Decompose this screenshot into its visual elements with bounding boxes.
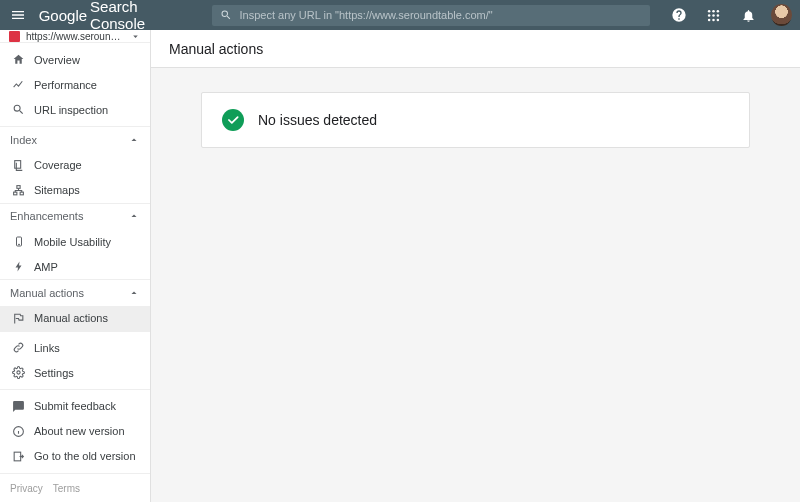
home-icon xyxy=(12,53,25,66)
chevron-up-icon xyxy=(128,210,140,222)
svg-point-15 xyxy=(17,371,20,374)
apps-grid-icon xyxy=(706,8,721,23)
sidebar-item-label: Manual actions xyxy=(34,312,108,324)
sitemap-icon xyxy=(12,184,25,197)
sidebar-item-label: Submit feedback xyxy=(34,400,116,412)
logo: Google Search Console xyxy=(39,0,188,32)
sidebar-item-label: Settings xyxy=(34,367,74,379)
sidebar-item-amp[interactable]: AMP xyxy=(0,254,150,279)
svg-point-5 xyxy=(717,14,720,17)
sidebar-item-overview[interactable]: Overview xyxy=(0,47,150,72)
sidebar-item-manual-actions[interactable]: Manual actions xyxy=(0,306,150,331)
pages-icon xyxy=(12,159,25,172)
flag-icon xyxy=(12,312,25,325)
svg-point-6 xyxy=(708,18,711,21)
apps-button[interactable] xyxy=(702,3,725,27)
amp-icon xyxy=(13,260,25,273)
notifications-button[interactable] xyxy=(737,3,760,27)
sidebar-item-label: AMP xyxy=(34,261,58,273)
search-placeholder: Inspect any URL in "https://www.seroundt… xyxy=(240,9,493,21)
sidebar-item-label: Performance xyxy=(34,79,97,91)
sidebar-item-label: Links xyxy=(34,342,60,354)
sidebar-item-old-version[interactable]: Go to the old version xyxy=(0,444,150,469)
bell-icon xyxy=(741,8,756,23)
mobile-icon xyxy=(13,235,25,248)
content: No issues detected xyxy=(151,68,800,502)
logo-text-light: Google xyxy=(39,7,87,24)
chevron-down-icon xyxy=(130,31,141,42)
sidebar-item-links[interactable]: Links xyxy=(0,335,150,360)
section-heading-manual-actions[interactable]: Manual actions xyxy=(0,280,150,306)
sidebar-item-label: Sitemaps xyxy=(34,184,80,196)
footer-links: Privacy Terms xyxy=(0,473,150,502)
search-icon xyxy=(220,9,232,21)
section-heading-index[interactable]: Index xyxy=(0,127,150,153)
search-input[interactable]: Inspect any URL in "https://www.seroundt… xyxy=(212,5,650,26)
sidebar-item-coverage[interactable]: Coverage xyxy=(0,153,150,178)
help-icon xyxy=(671,7,687,23)
sidebar: https://www.seroundtable.co... Overview … xyxy=(0,30,151,502)
svg-point-1 xyxy=(712,9,715,12)
chevron-up-icon xyxy=(128,287,140,299)
chevron-up-icon xyxy=(128,134,140,146)
sidebar-item-label: Coverage xyxy=(34,159,82,171)
svg-rect-12 xyxy=(20,192,23,195)
svg-point-0 xyxy=(708,9,711,12)
section-heading-label: Enhancements xyxy=(10,210,128,222)
sidebar-item-settings[interactable]: Settings xyxy=(0,360,150,385)
sidebar-item-url-inspection[interactable]: URL inspection xyxy=(0,97,150,122)
sidebar-item-about-new-version[interactable]: About new version xyxy=(0,419,150,444)
hamburger-icon xyxy=(10,7,26,23)
sidebar-item-label: URL inspection xyxy=(34,104,108,116)
search-icon xyxy=(12,103,25,116)
sidebar-item-sitemaps[interactable]: Sitemaps xyxy=(0,178,150,203)
property-favicon-icon xyxy=(9,31,20,42)
search-wrap: Inspect any URL in "https://www.seroundt… xyxy=(212,5,650,26)
sidebar-item-performance[interactable]: Performance xyxy=(0,72,150,97)
sidebar-item-label: Go to the old version xyxy=(34,450,136,462)
property-label: https://www.seroundtable.co... xyxy=(26,31,124,42)
svg-point-4 xyxy=(712,14,715,17)
sidebar-item-label: About new version xyxy=(34,425,125,437)
sidebar-item-label: Overview xyxy=(34,54,80,66)
page-title: Manual actions xyxy=(169,41,263,57)
svg-point-8 xyxy=(717,18,720,21)
svg-point-3 xyxy=(708,14,711,17)
exit-icon xyxy=(12,450,25,463)
svg-rect-10 xyxy=(17,185,20,188)
svg-rect-9 xyxy=(15,160,21,168)
svg-point-2 xyxy=(717,9,720,12)
sidebar-item-submit-feedback[interactable]: Submit feedback xyxy=(0,394,150,419)
footer-terms-link[interactable]: Terms xyxy=(53,483,80,494)
topbar: Google Search Console Inspect any URL in… xyxy=(0,0,800,30)
links-icon xyxy=(12,341,25,354)
sidebar-item-label: Mobile Usability xyxy=(34,236,111,248)
status-text: No issues detected xyxy=(258,112,377,128)
footer-privacy-link[interactable]: Privacy xyxy=(10,483,43,494)
info-icon xyxy=(12,425,25,438)
menu-button[interactable] xyxy=(8,4,29,26)
sidebar-item-mobile-usability[interactable]: Mobile Usability xyxy=(0,229,150,254)
feedback-icon xyxy=(12,400,25,413)
gear-icon xyxy=(12,366,25,379)
svg-point-14 xyxy=(18,244,19,245)
svg-rect-11 xyxy=(14,192,17,195)
help-button[interactable] xyxy=(668,3,691,27)
page-header: Manual actions xyxy=(151,30,800,68)
section-heading-label: Manual actions xyxy=(10,287,128,299)
status-card: No issues detected xyxy=(201,92,750,148)
chart-icon xyxy=(12,78,25,91)
main: Manual actions No issues detected xyxy=(151,30,800,502)
logo-text-bold: Search Console xyxy=(90,0,187,32)
section-heading-enhancements[interactable]: Enhancements xyxy=(0,203,150,229)
svg-point-7 xyxy=(712,18,715,21)
property-selector[interactable]: https://www.seroundtable.co... xyxy=(0,30,150,43)
check-circle-icon xyxy=(222,109,244,131)
account-avatar[interactable] xyxy=(771,4,792,26)
section-heading-label: Index xyxy=(10,134,128,146)
